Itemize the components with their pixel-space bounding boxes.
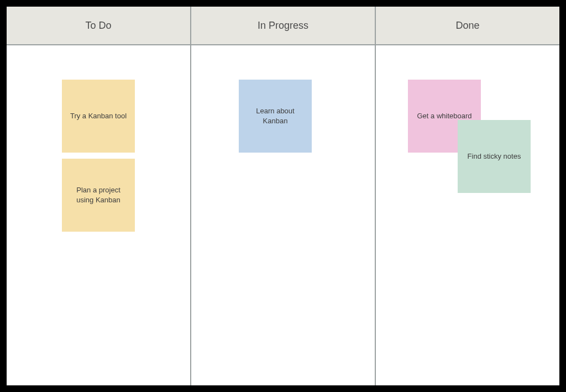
card-try-kanban-tool[interactable]: Try a Kanban tool <box>62 80 135 153</box>
column-header-todo: To Do <box>7 7 191 44</box>
card-plan-project[interactable]: Plan a project using Kanban <box>62 159 135 232</box>
column-done[interactable]: Get a whiteboard Find sticky notes <box>376 45 559 385</box>
column-headers: To Do In Progress Done <box>7 7 559 45</box>
card-find-sticky-notes[interactable]: Find sticky notes <box>458 120 531 193</box>
kanban-board: To Do In Progress Done Try a Kanban tool… <box>7 7 559 385</box>
board-body: Try a Kanban tool Plan a project using K… <box>7 45 559 385</box>
column-header-done: Done <box>376 7 559 44</box>
column-in-progress[interactable]: Learn about Kanban <box>191 45 376 385</box>
card-learn-kanban[interactable]: Learn about Kanban <box>239 80 312 153</box>
column-todo[interactable]: Try a Kanban tool Plan a project using K… <box>7 45 191 385</box>
column-header-in-progress: In Progress <box>191 7 376 44</box>
